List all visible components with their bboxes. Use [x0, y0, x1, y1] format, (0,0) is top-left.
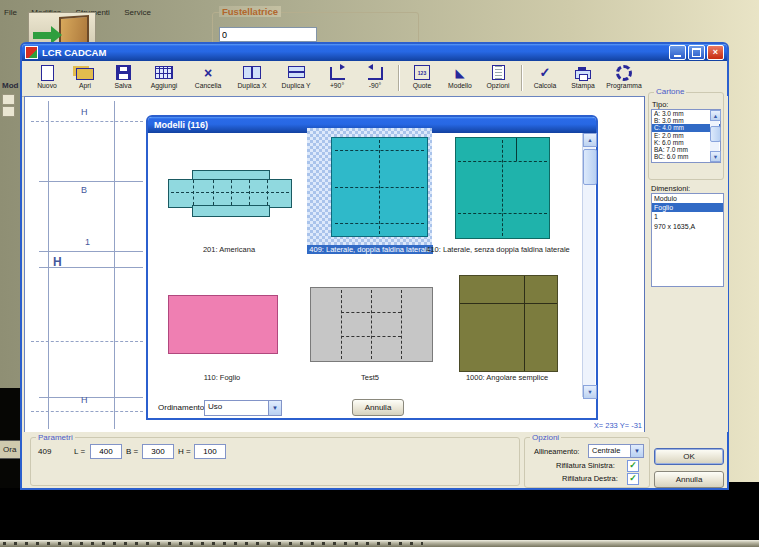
chevron-down-icon[interactable]: ▼: [268, 401, 281, 415]
printer-icon: [575, 70, 591, 79]
fold-line: [335, 187, 424, 188]
toolbar-label: -90°: [369, 82, 382, 89]
fustellatrice-input[interactable]: [219, 27, 317, 42]
delete-x-icon: ×: [204, 64, 212, 81]
menu-service[interactable]: Service: [124, 8, 151, 17]
app-icon: [25, 46, 38, 59]
scrollbar-thumb[interactable]: [710, 126, 721, 142]
toolbar-button-rotate-plus90[interactable]: +90°: [318, 63, 356, 89]
green-arrow-icon: [33, 32, 51, 39]
toolbar-button-stampa[interactable]: Stampa: [564, 63, 602, 89]
toolbar-button-salva[interactable]: Salva: [104, 63, 142, 89]
rotate-minus90-icon: [368, 67, 383, 80]
left-panel-fragment-label: Mod: [2, 81, 18, 90]
l-input[interactable]: [90, 444, 122, 459]
open-folder-icon: [76, 68, 94, 80]
template-label-test5[interactable]: Test5: [310, 373, 430, 382]
l-label: L =: [74, 447, 85, 456]
check-icon: ✓: [629, 473, 637, 483]
template-thumbnail-test5[interactable]: [310, 287, 433, 362]
b-input[interactable]: [142, 444, 174, 459]
h-input[interactable]: [194, 444, 226, 459]
toolbar-label: +90°: [330, 82, 344, 89]
dimensioni-item[interactable]: 970 x 1635,A: [652, 222, 723, 231]
toolbar-label: Aggiungi: [151, 82, 177, 89]
dimensioni-item[interactable]: 1: [652, 212, 723, 221]
drawing-line: [114, 101, 115, 429]
toolbar-button-quote[interactable]: Quote: [403, 63, 441, 89]
dimensioni-label: Dimensioni:: [651, 184, 690, 193]
template-label-201[interactable]: 201: Americana: [156, 245, 302, 254]
drawing-line: [39, 181, 143, 182]
fold-line: [341, 312, 401, 313]
toolbar-button-cancella[interactable]: ×Cancella: [186, 63, 230, 89]
close-button[interactable]: ×: [707, 45, 724, 60]
toolbar-button-duplica-x[interactable]: Duplica X: [230, 63, 274, 89]
tipo-scrollbar[interactable]: ▲ ▼: [710, 110, 719, 160]
chevron-down-icon[interactable]: ▼: [630, 445, 643, 457]
template-thumbnail-409-selected[interactable]: [307, 128, 432, 245]
fold-line: [267, 180, 268, 205]
fold-line: [401, 290, 402, 359]
dialog-scrollbar[interactable]: ▲ ▼: [582, 133, 595, 397]
ok-button[interactable]: OK: [654, 448, 724, 465]
toolbar-button-apri[interactable]: Apri: [66, 63, 104, 89]
maximize-icon: [692, 48, 701, 57]
dimensions-icon: [414, 65, 430, 80]
drawing-line: [31, 411, 143, 412]
thumb-body: [168, 179, 292, 208]
drawing-line: [39, 251, 143, 252]
duplicate-y-icon: [288, 66, 305, 72]
fold-line: [213, 180, 214, 205]
dialog-annulla-button[interactable]: Annulla: [352, 399, 404, 416]
toolbar-button-aggiungi[interactable]: Aggiungi: [142, 63, 186, 89]
taskbar-items: [3, 542, 423, 545]
rotate-plus90-icon: [330, 67, 345, 80]
model-triangle-icon: [455, 64, 464, 81]
template-label-110[interactable]: 110: Foglio: [162, 373, 282, 382]
scroll-up-icon[interactable]: ▲: [710, 110, 721, 121]
tipo-label: Tipo:: [652, 100, 668, 109]
toolbar-button-modello[interactable]: Modello: [441, 63, 479, 89]
template-thumbnail-110[interactable]: [168, 295, 278, 354]
template-label-text: 110: Foglio: [204, 373, 241, 382]
allineamento-dropdown[interactable]: Centrale ▼: [588, 444, 644, 458]
rifilatura-destra-checkbox[interactable]: ✓: [627, 473, 639, 485]
dimensioni-item-selected[interactable]: Foglio: [652, 203, 723, 212]
toolbar-button-programma[interactable]: Programma: [602, 63, 646, 89]
rifilatura-sinistra-label: Rifilatura Sinistra:: [556, 461, 615, 470]
ordinamento-dropdown[interactable]: Uso ▼: [204, 400, 282, 416]
toolbar-label: Stampa: [571, 82, 594, 89]
window-titlebar[interactable]: LCR CADCAM ×: [22, 44, 727, 61]
template-thumbnail-1000[interactable]: [459, 275, 558, 372]
template-thumbnail-201[interactable]: [168, 170, 292, 216]
toolbar-button-opzioni[interactable]: Opzioni: [479, 63, 517, 89]
scrollbar-thumb[interactable]: [583, 149, 597, 185]
toolbar-separator: [398, 65, 399, 91]
toolbar-button-nuovo[interactable]: Nuovo: [28, 63, 66, 89]
scroll-down-icon[interactable]: ▼: [710, 151, 721, 162]
dialog-title: Modelli (116): [154, 120, 208, 130]
thumb-body: [331, 137, 428, 237]
toolbar-button-rotate-minus90[interactable]: -90°: [356, 63, 394, 89]
scroll-up-icon[interactable]: ▲: [583, 133, 597, 147]
fold-line: [502, 140, 503, 236]
fold-line: [335, 150, 424, 151]
scroll-down-icon[interactable]: ▼: [583, 385, 597, 399]
template-label-1000[interactable]: 1000: Angolare semplice: [447, 373, 567, 382]
toolbar-button-duplica-y[interactable]: Duplica Y: [274, 63, 318, 89]
b-label: B =: [126, 447, 138, 456]
dimensioni-item[interactable]: Modulo: [652, 194, 723, 203]
annulla-button[interactable]: Annulla: [654, 471, 724, 488]
drawing-label-1: 1: [85, 237, 90, 247]
maximize-button[interactable]: [688, 45, 705, 60]
parametri-label: Parametri: [36, 433, 75, 442]
toolbar-button-calcola[interactable]: Calcola: [526, 63, 564, 89]
fold-line: [231, 180, 232, 205]
template-label-410[interactable]: 410: Laterale, senza doppia faldina late…: [412, 245, 584, 254]
minimize-button[interactable]: [669, 45, 686, 60]
taskbar[interactable]: [0, 540, 759, 547]
rifilatura-sinistra-checkbox[interactable]: ✓: [627, 460, 639, 472]
template-thumbnail-410[interactable]: [455, 137, 550, 239]
menu-file[interactable]: File: [4, 8, 17, 17]
